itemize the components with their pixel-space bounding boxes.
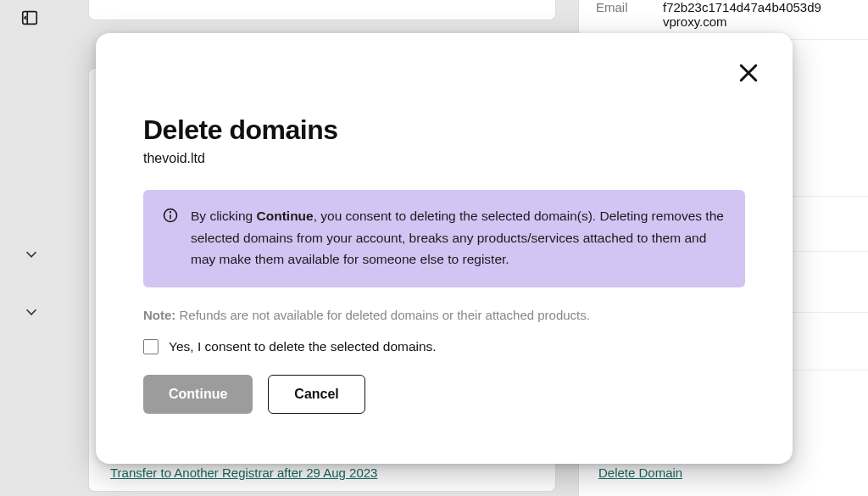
consent-checkbox[interactable] <box>143 339 159 354</box>
info-banner: By clicking Continue, you consent to del… <box>143 190 745 287</box>
info-icon <box>162 207 179 270</box>
delete-domains-modal: Delete domains thevoid.ltd By clicking C… <box>96 33 793 464</box>
chevron-down-icon[interactable] <box>22 245 41 264</box>
consent-row[interactable]: Yes, I consent to delete the selected do… <box>143 339 745 354</box>
close-button[interactable] <box>733 59 764 89</box>
sidebar-collapse-icon[interactable] <box>20 8 39 27</box>
modal-subtitle: thevoid.ltd <box>143 151 745 166</box>
delete-domain-link[interactable]: Delete Domain <box>598 465 682 480</box>
svg-point-6 <box>170 212 171 213</box>
cancel-button[interactable]: Cancel <box>268 375 364 414</box>
refund-note: Note: Refunds are not available for dele… <box>143 308 745 322</box>
detail-value-email: f72b23c1714d47a4b4053d9 vproxy.com <box>663 0 851 29</box>
chevron-down-icon[interactable] <box>22 303 41 321</box>
continue-button[interactable]: Continue <box>143 375 253 414</box>
consent-label: Yes, I consent to delete the selected do… <box>169 339 437 354</box>
detail-label-email: Email <box>596 0 643 29</box>
background-card <box>88 0 556 20</box>
modal-button-row: Continue Cancel <box>143 375 745 414</box>
transfer-link[interactable]: Transfer to Another Registrar after 29 A… <box>110 465 377 480</box>
modal-title: Delete domains <box>143 114 745 146</box>
close-icon <box>736 60 761 88</box>
info-banner-text: By clicking Continue, you consent to del… <box>191 205 726 270</box>
